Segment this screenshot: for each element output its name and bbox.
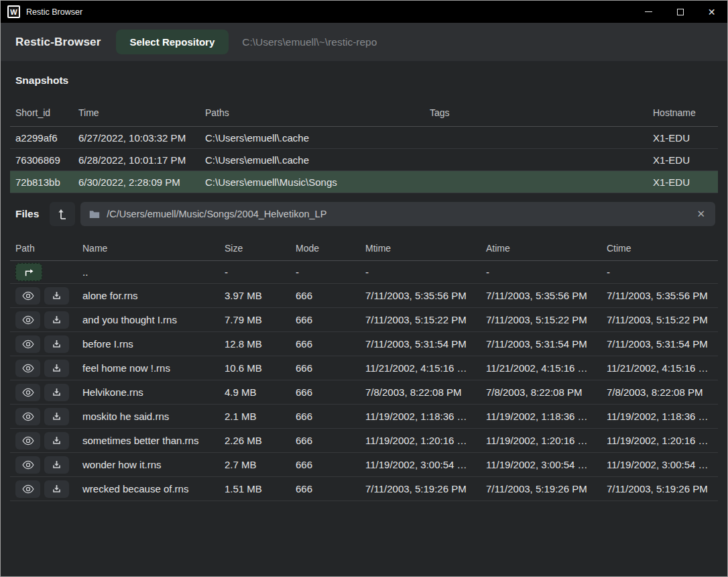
level-up-button[interactable] — [50, 202, 75, 226]
download-file-button[interactable] — [44, 311, 69, 329]
preview-file-button[interactable] — [15, 384, 40, 401]
file-atime: 11/19/2002, 1:18:36 … — [481, 411, 601, 422]
preview-file-button[interactable] — [15, 360, 40, 377]
file-row[interactable]: wrecked because of.rns 1.51 MB 666 7/11/… — [10, 477, 718, 501]
download-file-button[interactable] — [44, 384, 69, 401]
files-table-header: Path Name Size Mode Mtime Atime Ctime — [10, 235, 718, 261]
minimize-button[interactable] — [633, 1, 664, 23]
file-atime: 7/11/2003, 5:31:54 PM — [481, 338, 601, 350]
file-ctime: 11/19/2002, 3:00:54 … — [601, 459, 718, 470]
eye-icon — [22, 412, 34, 421]
file-mtime: 11/19/2002, 1:18:36 … — [360, 411, 481, 422]
file-mode: 666 — [290, 314, 360, 325]
preview-file-button[interactable] — [15, 408, 40, 425]
file-name: sometimes better than.rns — [77, 435, 219, 446]
preview-file-button[interactable] — [15, 335, 40, 353]
eye-icon — [22, 291, 34, 301]
file-row[interactable]: before I.rns 12.8 MB 666 7/11/2003, 5:31… — [10, 332, 718, 356]
maximize-button[interactable] — [664, 1, 696, 23]
file-atime: 11/21/2002, 4:15:16 … — [481, 362, 601, 374]
parent-dir-row[interactable]: .. - - - - - — [10, 261, 718, 284]
download-file-button[interactable] — [44, 480, 69, 498]
file-mode: 666 — [290, 386, 360, 398]
column-size: Size — [219, 243, 290, 254]
file-ctime: 7/11/2003, 5:31:54 PM — [601, 338, 718, 350]
wails-logo-icon: W — [7, 5, 20, 18]
preview-file-button[interactable] — [15, 456, 40, 474]
file-row[interactable]: moskito he said.rns 2.1 MB 666 11/19/200… — [10, 405, 718, 429]
eye-icon — [22, 436, 34, 445]
download-icon — [52, 339, 62, 349]
download-icon — [52, 363, 62, 373]
download-file-button[interactable] — [44, 456, 69, 474]
file-ctime: 11/19/2002, 1:18:36 … — [601, 411, 718, 422]
snapshot-row-selected[interactable]: 72b813bb 6/30/2022, 2:28:09 PM C:\Users\… — [10, 171, 718, 193]
file-size: 12.8 MB — [219, 338, 290, 350]
file-row[interactable]: Helvikone.rns 4.9 MB 666 7/8/2003, 8:22:… — [10, 380, 718, 405]
file-name: moskito he said.rns — [77, 411, 219, 422]
file-size: 7.79 MB — [219, 314, 290, 325]
snapshot-time: 6/30/2022, 2:28:09 PM — [73, 176, 200, 188]
file-mtime: - — [360, 266, 481, 278]
file-mtime: 11/19/2002, 1:20:16 … — [360, 435, 481, 446]
snapshot-paths: C:\Users\emuell\Music\Songs — [200, 176, 424, 188]
file-ctime: - — [601, 266, 718, 278]
close-button[interactable]: ✕ — [696, 1, 727, 23]
app-title: Restic-Browser — [15, 36, 101, 49]
snapshot-row[interactable]: a2299af6 6/27/2022, 10:03:32 PM C:\Users… — [10, 127, 718, 149]
snapshot-paths: C:\Users\emuell\.cache — [200, 154, 424, 166]
file-mtime: 7/11/2003, 5:35:56 PM — [360, 290, 481, 301]
download-file-button[interactable] — [44, 360, 69, 377]
file-mtime: 7/11/2003, 5:15:22 PM — [360, 314, 481, 325]
snapshot-time: 6/27/2022, 10:03:32 PM — [73, 132, 200, 144]
column-hostname: Hostname — [648, 107, 718, 118]
up-then-right-arrow-icon — [23, 268, 35, 277]
file-ctime: 11/19/2002, 1:20:16 … — [601, 435, 718, 446]
column-mtime: Mtime — [360, 243, 481, 254]
file-row[interactable]: wonder how it.rns 2.7 MB 666 11/19/2002,… — [10, 453, 718, 477]
file-ctime: 7/11/2003, 5:19:26 PM — [601, 483, 718, 494]
preview-file-button[interactable] — [15, 432, 40, 450]
download-file-button[interactable] — [44, 408, 69, 425]
window-controls: ✕ — [633, 1, 727, 23]
preview-file-button[interactable] — [15, 311, 40, 329]
file-mode: 666 — [290, 338, 360, 350]
download-file-button[interactable] — [44, 287, 69, 305]
select-repository-button[interactable]: Select Repository — [116, 30, 229, 54]
file-mode: - — [290, 266, 360, 278]
snapshot-row[interactable]: 76306869 6/28/2022, 10:01:17 PM C:\Users… — [10, 149, 718, 171]
preview-file-button[interactable] — [15, 287, 40, 305]
download-icon — [52, 387, 62, 397]
file-size: 2.1 MB — [219, 411, 290, 422]
go-parent-dir-button[interactable] — [15, 263, 42, 281]
download-file-button[interactable] — [44, 335, 69, 353]
eye-icon — [22, 339, 34, 349]
empty-area — [1, 501, 727, 576]
file-row[interactable]: alone for.rns 3.97 MB 666 7/11/2003, 5:3… — [10, 284, 718, 308]
file-mtime: 7/11/2003, 5:19:26 PM — [360, 483, 481, 494]
app-window: W Restic Browser ✕ Restic-Browser Select… — [0, 0, 728, 577]
file-row[interactable]: feel home now !.rns 10.6 MB 666 11/21/20… — [10, 356, 718, 380]
file-name: alone for.rns — [77, 290, 219, 301]
file-name: .. — [77, 266, 219, 278]
file-name: wonder how it.rns — [77, 459, 219, 470]
files-bar: Files /C/Users/emuell/Music/Songs/2004_H… — [1, 202, 727, 226]
preview-file-button[interactable] — [15, 480, 40, 498]
file-atime: 7/11/2003, 5:35:56 PM — [481, 290, 601, 301]
file-row[interactable]: and you thought I.rns 7.79 MB 666 7/11/2… — [10, 308, 718, 332]
current-path-field[interactable]: /C/Users/emuell/Music/Songs/2004_Helveti… — [80, 202, 715, 226]
file-mode: 666 — [290, 362, 360, 374]
download-icon — [52, 315, 62, 325]
column-atime: Atime — [481, 243, 601, 254]
file-row[interactable]: sometimes better than.rns 2.26 MB 666 11… — [10, 429, 718, 453]
file-mtime: 7/8/2003, 8:22:08 PM — [360, 386, 481, 398]
download-file-button[interactable] — [44, 432, 69, 450]
file-size: 2.26 MB — [219, 435, 290, 446]
file-atime: 7/11/2003, 5:15:22 PM — [481, 314, 601, 325]
file-mode: 666 — [290, 411, 360, 422]
file-ctime: 7/11/2003, 5:15:22 PM — [601, 314, 718, 325]
file-size: 10.6 MB — [219, 362, 290, 374]
file-ctime: 11/21/2002, 4:15:16 … — [601, 362, 718, 374]
file-size: 2.7 MB — [219, 459, 290, 470]
clear-path-icon[interactable]: ✕ — [695, 208, 707, 220]
